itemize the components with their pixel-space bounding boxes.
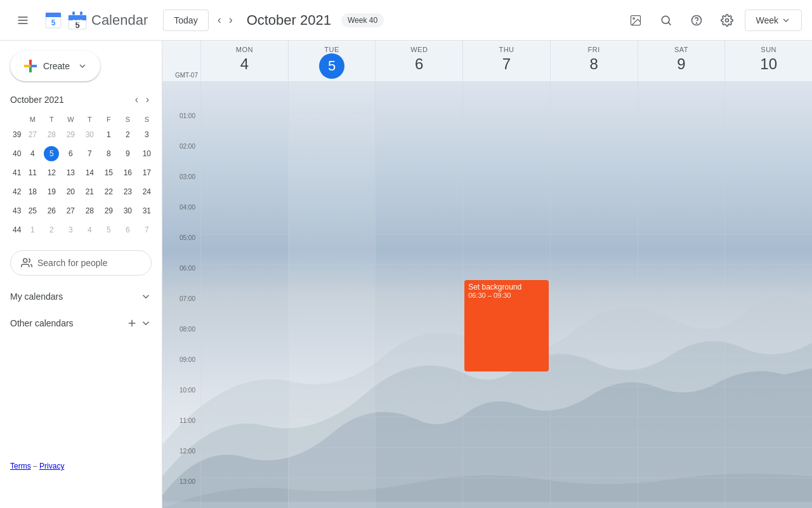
time-slot[interactable] [551,204,638,234]
privacy-link[interactable]: Privacy [39,462,64,471]
mini-cal-day[interactable]: 7 [81,145,98,163]
mini-cal-day[interactable]: 15 [100,164,117,182]
time-slot[interactable] [463,387,550,417]
time-slot[interactable] [376,234,462,265]
time-slot[interactable] [638,82,725,112]
time-slot[interactable] [638,112,725,143]
mini-cal-day[interactable]: 16 [119,164,136,182]
time-slot[interactable] [201,234,288,265]
time-slot[interactable] [725,478,812,508]
mini-cal-day[interactable]: 4 [81,221,98,239]
time-slot[interactable] [289,143,376,173]
time-slot[interactable] [638,356,725,387]
mini-cal-day[interactable]: 29 [62,126,79,144]
day-column[interactable] [724,82,812,508]
day-column[interactable] [375,82,462,508]
time-slot[interactable] [463,204,550,234]
day-column[interactable]: Set background06:30 – 09:30 [462,82,550,508]
mini-cal-day[interactable]: 28 [81,202,98,220]
time-slot[interactable] [638,326,725,356]
mini-cal-day[interactable]: 27 [62,202,79,220]
mini-cal-day[interactable]: 3 [138,126,155,144]
day-header-cell[interactable]: FRI8 [550,41,638,81]
terms-link[interactable]: Terms [10,462,31,471]
time-slot[interactable] [551,417,638,448]
mini-cal-day[interactable]: 17 [138,164,155,182]
mini-cal-day[interactable]: 18 [23,183,41,201]
time-slot[interactable] [289,265,376,295]
time-slot[interactable] [551,478,638,508]
day-header-cell[interactable]: THU7 [462,41,550,81]
time-slot[interactable] [638,265,725,295]
mini-cal-day[interactable]: 9 [119,145,136,163]
time-slot[interactable] [463,173,550,204]
search-people[interactable]: Search for people [10,250,152,276]
mini-cal-day[interactable]: 14 [81,164,98,182]
mini-cal-day[interactable]: 21 [81,183,98,201]
time-slot[interactable] [463,448,550,478]
day-header-cell[interactable]: SAT9 [638,41,725,81]
today-button[interactable]: Today [163,10,208,31]
time-slot[interactable] [725,265,812,295]
time-slot[interactable] [551,356,638,387]
photo-view-button[interactable] [623,8,648,33]
time-slot[interactable] [638,173,725,204]
time-slot[interactable] [289,234,376,265]
time-slot[interactable] [376,143,462,173]
mini-cal-day[interactable]: 3 [62,221,79,239]
time-slot[interactable] [725,448,812,478]
time-slot[interactable] [289,448,376,478]
time-slot[interactable] [376,295,462,326]
time-grid[interactable]: 01:0002:0003:0004:0005:0006:0007:0008:00… [162,82,812,508]
time-slot[interactable] [289,295,376,326]
time-slot[interactable] [725,173,812,204]
time-slot[interactable] [376,356,462,387]
time-slot[interactable] [725,82,812,112]
time-slot[interactable] [289,478,376,508]
mini-cal-day[interactable]: 22 [100,183,117,201]
time-slot[interactable] [638,204,725,234]
mini-cal-day[interactable]: 5 [43,145,60,163]
time-slot[interactable] [725,326,812,356]
time-slot[interactable] [638,143,725,173]
time-slot[interactable] [201,417,288,448]
time-slot[interactable] [376,265,462,295]
mini-cal-day[interactable]: 20 [62,183,79,201]
time-slot[interactable] [463,234,550,265]
time-slot[interactable] [376,82,462,112]
time-slot[interactable] [289,204,376,234]
time-slot[interactable] [201,326,288,356]
search-button[interactable] [653,8,679,33]
time-slot[interactable] [725,234,812,265]
time-slot[interactable] [551,143,638,173]
time-slot[interactable] [463,417,550,448]
time-slot[interactable] [725,356,812,387]
help-button[interactable] [684,8,709,33]
day-header-cell[interactable]: WED6 [375,41,462,81]
day-header-cell[interactable]: TUE5 [288,41,376,81]
time-slot[interactable] [376,478,462,508]
time-slot[interactable] [201,356,288,387]
mini-cal-day[interactable]: 23 [119,183,136,201]
day-column[interactable] [550,82,638,508]
time-slot[interactable] [638,448,725,478]
my-calendars-header[interactable]: My calendars [10,286,152,307]
mini-cal-day[interactable]: 2 [43,221,60,239]
time-slot[interactable] [289,82,376,112]
time-slot[interactable] [289,173,376,204]
view-selector-button[interactable]: Week [745,10,802,31]
time-slot[interactable] [725,417,812,448]
time-slot[interactable] [289,356,376,387]
day-column[interactable] [200,82,288,508]
time-slot[interactable] [551,448,638,478]
time-slot[interactable] [201,387,288,417]
time-slot[interactable] [201,204,288,234]
time-slot[interactable] [551,326,638,356]
time-slot[interactable] [638,295,725,326]
mini-cal-prev-button[interactable]: ‹ [133,91,141,108]
mini-cal-day[interactable]: 19 [43,183,60,201]
time-slot[interactable] [289,326,376,356]
mini-cal-day[interactable]: 30 [81,126,98,144]
time-slot[interactable] [725,204,812,234]
time-slot[interactable] [376,326,462,356]
